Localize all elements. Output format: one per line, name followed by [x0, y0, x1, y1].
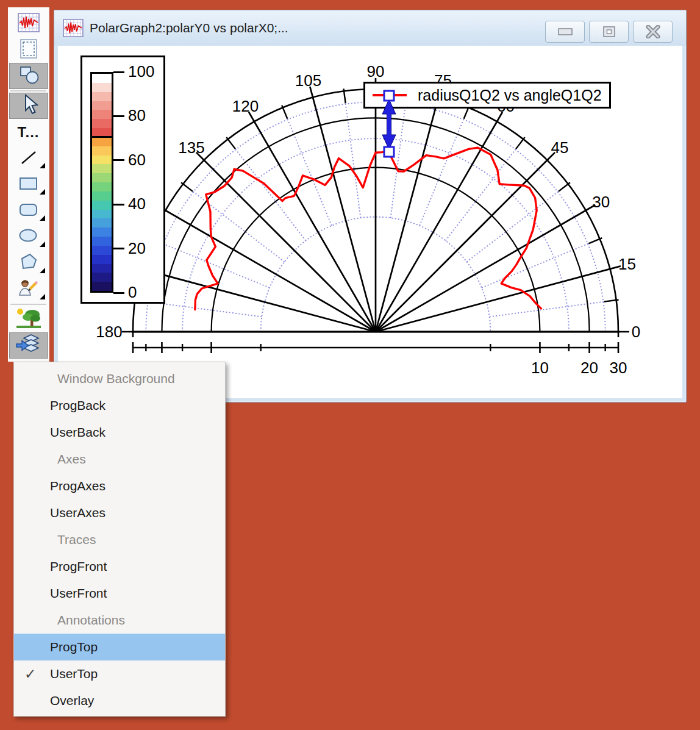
minor-grid-radial-line — [482, 239, 600, 288]
color-scale-tick — [113, 292, 124, 294]
outer-arc-tick — [516, 137, 525, 149]
tool-rectangle[interactable] — [9, 171, 48, 198]
layer-menu: Window BackgroundProgBackUserBackAxesPro… — [13, 362, 226, 717]
menu-item-userfront[interactable]: UserFront — [14, 580, 225, 607]
outer-arc-tick — [226, 137, 235, 149]
angle-spoke — [376, 266, 621, 332]
color-scale-tick-label: 100 — [128, 63, 154, 79]
angle-label: 90 — [367, 62, 385, 81]
color-scale-tick — [113, 159, 124, 161]
close-icon — [645, 25, 661, 38]
angle-label: 105 — [295, 71, 321, 90]
tool-freehand[interactable] — [9, 276, 48, 302]
color-scale-tick — [113, 115, 124, 117]
menu-item-label: Overlay — [50, 693, 94, 708]
flyout-triangle-icon — [40, 163, 45, 168]
color-scale-tick — [113, 248, 124, 249]
minor-grid-radial-line — [151, 239, 270, 288]
menu-item-label: ProgAxes — [50, 479, 105, 493]
menu-item-traces: Traces — [14, 526, 225, 553]
tool-rounded-rectangle[interactable] — [9, 198, 48, 224]
menu-item-window-background: Window Background — [14, 365, 225, 392]
color-scale-tick-label: 40 — [128, 196, 146, 212]
outer-arc-tick — [559, 182, 570, 191]
menu-item-label: UserBack — [50, 425, 105, 440]
restore-button[interactable] — [589, 21, 629, 43]
menu-item-overlay[interactable]: Overlay — [14, 687, 225, 714]
layers-icon — [16, 334, 41, 358]
tool-arrow[interactable] — [9, 93, 48, 119]
tool-page-layout[interactable] — [9, 37, 48, 63]
menu-item-progaxes[interactable]: ProgAxes — [14, 473, 225, 499]
menu-item-label: Window Background — [57, 371, 175, 386]
color-scale-bar — [90, 72, 113, 293]
tool-polygon[interactable] — [9, 250, 48, 276]
flyout-triangle-icon — [40, 242, 45, 247]
angle-label: 135 — [178, 138, 204, 157]
menu-item-label: UserTop — [50, 667, 98, 681]
color-scale-tick — [113, 204, 124, 206]
angle-spoke — [376, 112, 502, 332]
menu-item-progtop[interactable]: ProgTop — [14, 634, 225, 660]
menu-item-label: ProgFront — [50, 559, 107, 574]
color-scale-tick-label: 60 — [128, 152, 146, 168]
ellipse-tool-icon — [17, 226, 40, 249]
tool-line[interactable] — [9, 145, 48, 171]
flyout-triangle-icon — [40, 189, 45, 195]
angle-spoke — [249, 112, 376, 332]
window-controls — [545, 21, 673, 43]
drawing-toolbar: T... — [8, 7, 49, 362]
outer-arc-tick — [181, 182, 193, 191]
minor-grid-radial-line — [344, 91, 360, 218]
titlebar[interactable]: PolarGraph2:polarY0 vs polarX0;... — [54, 10, 686, 46]
minor-grid-radial-line — [490, 300, 616, 317]
menu-item-useraxes[interactable]: UserAxes — [14, 499, 225, 526]
tool-layers[interactable] — [9, 332, 48, 359]
tree-picture-icon — [15, 307, 42, 332]
graph-content-area: 0153045607590105120135150165180102030 10… — [58, 46, 682, 398]
minimize-button[interactable] — [545, 21, 585, 43]
tool-graph[interactable] — [9, 10, 48, 37]
desktop: T... — [0, 0, 700, 730]
angle-label: 180 — [96, 323, 122, 341]
freehand-person-pencil-icon — [17, 278, 40, 301]
menu-item-label: UserAxes — [50, 506, 105, 520]
tool-ellipse[interactable] — [9, 224, 48, 250]
polygon-tool-icon — [17, 252, 40, 275]
arrow-cursor-icon — [18, 94, 39, 118]
angle-label: 30 — [592, 193, 610, 211]
flyout-triangle-icon — [40, 215, 45, 221]
minor-grid-radial-line — [420, 107, 468, 226]
color-scale-legend[interactable]: 100806040200 — [80, 55, 165, 304]
angle-spoke — [376, 205, 595, 332]
tool-draw-shapes[interactable] — [9, 63, 48, 89]
tool-picture[interactable] — [9, 306, 48, 332]
window-title: PolarGraph2:polarY0 vs polarX0;... — [90, 21, 288, 35]
angle-label: 15 — [618, 255, 636, 273]
minor-grid-radial-line — [283, 107, 332, 226]
color-scale-divider — [92, 136, 112, 138]
angle-spoke — [310, 87, 376, 332]
menu-item-label: ProgBack — [50, 398, 105, 413]
menu-item-label: Axes — [57, 452, 86, 467]
page-layout-icon — [18, 38, 40, 62]
rounded-rectangle-tool-icon — [17, 199, 40, 223]
minimize-icon — [557, 27, 574, 37]
menu-item-label: ProgTop — [50, 640, 98, 654]
menu-item-usertop[interactable]: ✓UserTop — [14, 660, 225, 687]
menu-item-progfront[interactable]: ProgFront — [14, 553, 225, 580]
tool-text[interactable]: T... — [9, 119, 48, 145]
rectangle-tool-icon — [17, 173, 40, 196]
menu-item-label: Annotations — [57, 613, 125, 628]
text-tool-label: T... — [17, 124, 39, 141]
color-scale-tick-label: 20 — [128, 240, 146, 256]
close-button[interactable] — [633, 21, 673, 43]
angle-spoke — [130, 266, 376, 332]
color-scale-tick — [113, 71, 124, 73]
menu-item-userback[interactable]: UserBack — [14, 419, 225, 446]
menu-item-progback[interactable]: ProgBack — [14, 392, 225, 419]
line-tool-icon — [18, 146, 40, 171]
trace-legend[interactable]: radiusQ1Q2 vs angleQ1Q2 — [363, 82, 611, 109]
angle-spoke — [156, 205, 376, 332]
color-scale-tick-label: 80 — [128, 107, 146, 123]
